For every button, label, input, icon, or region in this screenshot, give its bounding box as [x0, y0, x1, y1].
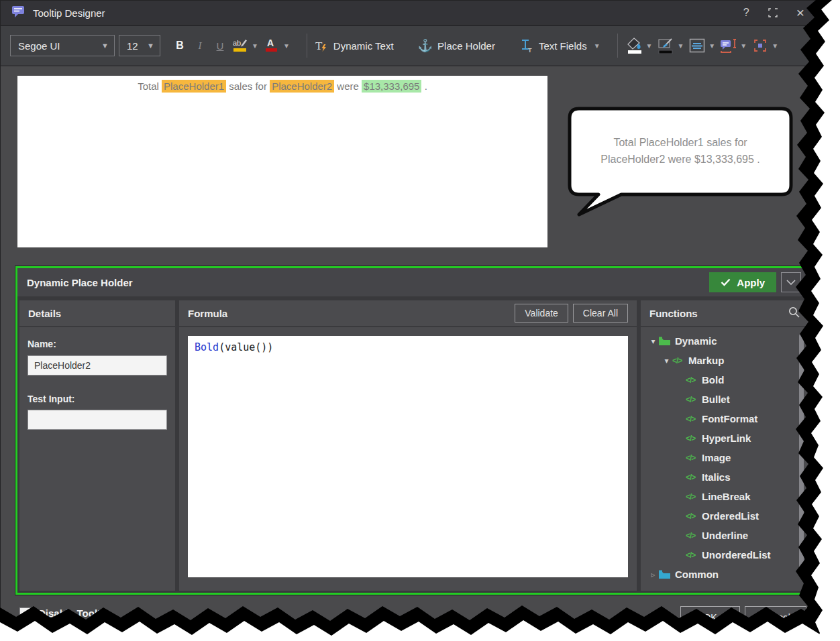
fill-color-icon: [627, 38, 643, 54]
functions-scrollbar[interactable]: [799, 334, 804, 569]
code-tag-icon: </>: [686, 492, 700, 502]
text-alignment-icon: [689, 38, 705, 54]
italic-button[interactable]: I: [190, 34, 210, 58]
tree-item-dynamic[interactable]: ▾Dynamic: [641, 331, 808, 351]
title-bar: Tooltip Designer ? ×: [1, 1, 815, 26]
place-holder-label: Place Holder: [437, 40, 495, 52]
svg-text:ab: ab: [233, 39, 241, 47]
text-fields-dropdown-arrow[interactable]: ▼: [594, 42, 600, 50]
tree-item-label: Dynamic: [675, 335, 717, 347]
search-icon[interactable]: [788, 306, 800, 320]
editor-text: .: [421, 80, 427, 92]
text-fields-icon: T: [519, 38, 534, 53]
close-button[interactable]: ×: [796, 5, 804, 21]
code-tag-icon: </>: [686, 414, 700, 424]
help-button[interactable]: ?: [743, 7, 749, 19]
tree-item-markup[interactable]: ▾</>Markup: [641, 351, 808, 370]
tree-item-label: LineBreak: [702, 491, 751, 502]
apply-label: Apply: [737, 277, 765, 288]
svg-text:T: T: [315, 40, 323, 52]
placeholder1-token[interactable]: PlaceHolder1: [162, 80, 226, 93]
svg-text:A: A: [267, 38, 274, 48]
font-color-button[interactable]: A: [262, 34, 282, 58]
code-tag-icon: </>: [686, 473, 700, 482]
tree-item-image[interactable]: </>Image: [641, 448, 808, 467]
check-icon: [721, 278, 731, 286]
toolbar-separator: [509, 34, 513, 58]
highlight-color-button[interactable]: ab: [230, 34, 250, 58]
tree-expand-icon[interactable]: ▹: [647, 570, 659, 579]
position-dropdown-arrow[interactable]: ▼: [772, 42, 778, 50]
placeholder2-token[interactable]: PlaceHolder2: [270, 80, 334, 93]
tree-collapse-icon[interactable]: ▾: [661, 356, 672, 365]
tooltip-app-icon: [11, 5, 25, 21]
test-input-field[interactable]: [28, 410, 167, 430]
folder-blue-icon: [659, 570, 674, 579]
tree-item-linebreak[interactable]: </>LineBreak: [641, 487, 808, 506]
collapse-panel-button[interactable]: [781, 272, 801, 292]
font-color-dropdown-arrow[interactable]: ▼: [283, 42, 290, 50]
tree-item-common[interactable]: ▹Common: [641, 565, 808, 584]
code-tag-icon: </>: [686, 395, 700, 404]
formula-keyword: Bold: [195, 341, 219, 353]
tree-item-label: Italics: [702, 471, 731, 483]
tooltip-style-button[interactable]: [719, 34, 739, 58]
font-color-icon: A: [264, 38, 279, 54]
tree-item-unorderedlist[interactable]: </>UnorderedList: [641, 545, 808, 565]
tooltip-text-editor[interactable]: Total PlaceHolder1 sales for PlaceHolder…: [17, 76, 547, 247]
functions-tree: ▾Dynamic▾</>Markup</>Bold</>Bullet</>Fon…: [641, 331, 808, 584]
border-brush-button[interactable]: [655, 34, 676, 58]
apply-button[interactable]: Apply: [709, 272, 776, 292]
fill-color-button[interactable]: [625, 34, 645, 58]
tree-item-label: UnorderedList: [702, 549, 771, 561]
tree-item-label: OrderedList: [702, 510, 759, 522]
tree-item-orderedlist[interactable]: </>OrderedList: [641, 506, 808, 526]
dynamic-text-button[interactable]: T Dynamic Text: [314, 38, 394, 53]
highlight-dropdown-arrow[interactable]: ▼: [252, 42, 258, 50]
font-size-combobox[interactable]: 12 ▼: [119, 35, 160, 56]
functions-title: Functions: [649, 308, 698, 319]
tree-collapse-icon[interactable]: ▾: [647, 337, 659, 346]
formula-code-editor[interactable]: Bold(value()): [188, 336, 628, 577]
functions-header: Functions: [641, 300, 808, 327]
maximize-icon[interactable]: [768, 8, 778, 17]
name-input[interactable]: [28, 355, 167, 375]
tree-item-bold[interactable]: </>Bold: [641, 370, 808, 390]
code-tag-icon: </>: [686, 531, 700, 540]
bold-button[interactable]: B: [170, 34, 190, 58]
cancel-button[interactable]: Cancel: [745, 606, 806, 629]
tree-item-bullet[interactable]: </>Bullet: [641, 390, 808, 409]
code-tag-icon: </>: [686, 512, 700, 521]
tree-item-label: Underline: [702, 530, 748, 541]
tree-item-hyperlink[interactable]: </>HyperLink: [641, 428, 808, 448]
disable-tooltip-row: Disable Tooltip: [19, 607, 109, 619]
position-button[interactable]: [750, 34, 770, 58]
chevron-down-icon: ▼: [140, 42, 154, 50]
code-tag-icon: </>: [686, 453, 700, 463]
details-title: Details: [28, 308, 61, 319]
underline-button[interactable]: U: [210, 34, 230, 58]
amount-token[interactable]: $13,333,695: [362, 80, 421, 93]
tree-item-underline[interactable]: </>Underline: [641, 526, 808, 545]
tree-item-fontformat[interactable]: </>FontFormat: [641, 409, 808, 428]
disable-tooltip-checkbox[interactable]: [19, 607, 31, 619]
text-alignment-dropdown-arrow[interactable]: ▼: [708, 42, 715, 50]
ok-button[interactable]: OK: [680, 606, 740, 629]
clear-all-button[interactable]: Clear All: [573, 304, 628, 323]
border-brush-dropdown-arrow[interactable]: ▼: [677, 42, 684, 50]
font-family-combobox[interactable]: Segoe UI ▼: [10, 35, 115, 56]
formula-panel: Formula Validate Clear All Bold(value()): [179, 300, 637, 591]
text-fields-button[interactable]: T Text Fields ▼: [519, 38, 604, 53]
tree-item-italics[interactable]: </>Italics: [641, 467, 808, 487]
formula-body: Bold(value()): [179, 327, 637, 591]
place-holder-button[interactable]: ⚓ Place Holder: [418, 40, 495, 52]
tooltip-style-dropdown-arrow[interactable]: ▼: [740, 42, 747, 50]
fill-color-dropdown-arrow[interactable]: ▼: [646, 42, 653, 50]
test-input-label: Test Input:: [28, 394, 167, 404]
code-tag-icon: </>: [672, 356, 687, 365]
code-tag-icon: </>: [686, 434, 700, 443]
text-alignment-button[interactable]: [687, 34, 707, 58]
validate-button[interactable]: Validate: [515, 304, 568, 323]
chevron-down-icon: ▼: [95, 42, 109, 50]
tooltip-style-icon: [720, 38, 737, 54]
